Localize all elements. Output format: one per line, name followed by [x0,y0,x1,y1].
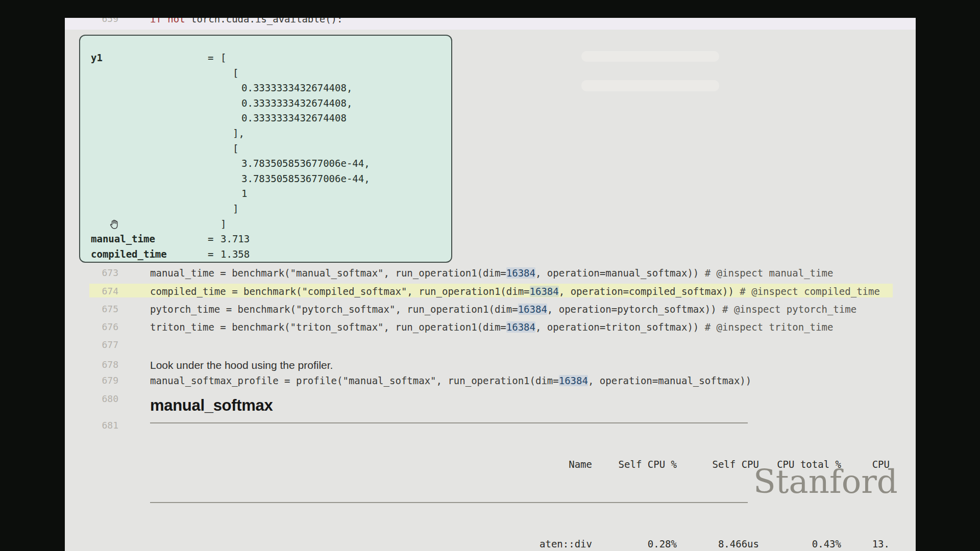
nested-value: ], [233,128,244,139]
ghost-artifact [581,80,719,91]
code-line: manual_softmax_profile = profile("manual… [150,375,751,386]
nested-value: 3.783505853677006e-44, [241,158,370,169]
table-cell-row0-4: 13. [872,538,890,549]
heading-divider [150,422,748,423]
variable-value: [ [220,52,226,63]
inspect-values-popup: y1=[[0.3333333432674408,0.33333334326744… [79,35,452,263]
nested-value: 0.3333333432674408, [241,97,352,109]
code-segment-comment: # @inspect pytorch_time [722,304,856,315]
code-segment-num: 16384 [530,286,559,297]
lecture-code-viewer[interactable]: 659 if not torch.cuda.is_available(): y1… [65,18,916,551]
code-segment-kw: if not [150,18,191,24]
nested-value: 3.783505853677006e-44, [241,173,370,184]
code-segment-num: 16384 [506,321,535,333]
ghost-artifact [581,51,719,62]
variable-name: manual_time [91,233,155,244]
gutter-line-number: 659 [67,18,118,24]
code-segment-plain: , operation=manual_softmax)) [535,267,705,279]
table-header-2: Self CPU [712,459,759,470]
variable-value: 3.713 [220,233,250,244]
nested-value: ] [220,218,226,230]
table-header-0: Name [569,459,592,470]
code-segment-plain: , operation=manual_softmax)) [588,375,751,386]
gutter-line-number: 676 [67,321,118,332]
nested-value: [ [233,143,238,154]
nested-value: 1 [241,188,247,199]
nested-value: ] [233,203,238,214]
nested-value: 0.3333333432674408 [241,112,347,123]
table-header-1: Self CPU % [619,459,677,470]
code-line: triton_time = benchmark("triton_softmax"… [150,321,833,333]
code-segment-num: 16384 [506,267,535,279]
code-line: pytorch_time = benchmark("pytorch_softma… [150,304,856,315]
code-segment-plain: manual_time = benchmark("manual_softmax"… [150,267,506,279]
code-segment-plain: , operation=triton_softmax)) [535,321,705,333]
gutter-line-number: 679 [67,375,118,386]
gutter-line-number: 673 [67,267,118,278]
variable-value: 1.358 [220,248,250,260]
code-segment-plain: , operation=compiled_softmax)) [559,286,740,297]
code-segment-comment: # @inspect triton_time [705,321,834,333]
table-cell-row0-3: 0.43% [812,538,841,549]
code-line: compiled_time = benchmark("compiled_soft… [150,286,880,297]
gutter-line-number: 675 [67,304,118,314]
table-header-divider [150,502,748,503]
table-cell-row0-2: 8.466us [718,538,759,549]
hand-cursor-icon [108,218,120,231]
section-heading: manual_softmax [150,396,273,415]
variable-name: y1 [91,52,103,63]
equals-sign: = [208,52,213,63]
code-line: if not torch.cuda.is_available(): [150,18,343,24]
gutter-line-number: 680 [67,393,118,404]
code-segment-plain: manual_softmax_profile = profile("manual… [150,375,559,386]
top-code-strip: 659 if not torch.cuda.is_available(): [65,18,916,30]
code-segment-num: 16384 [559,375,588,386]
code-segment-comment: # @inspect compiled_time [740,286,880,297]
gutter-line-number: 678 [67,359,118,370]
code-segment-plain: , operation=pytorch_softmax)) [547,304,722,315]
prose-line: Look under the hood using the profiler. [150,359,333,371]
gutter-line-number: 681 [67,420,118,431]
stanford-watermark: Stanford [753,463,898,500]
table-cell-row0-0: aten::div [540,538,592,549]
gutter-line-number: 674 [67,286,118,296]
gutter-line-number: 677 [67,339,118,350]
code-segment-num: 16384 [518,304,547,315]
code-segment-plain: pytorch_time = benchmark("pytorch_softma… [150,304,518,315]
code-segment-plain: torch.cuda.is_available(): [191,18,342,24]
equals-sign: = [208,248,213,260]
code-segment-plain: compiled_time = benchmark("compiled_soft… [150,286,530,297]
nested-value: 0.3333333432674408, [241,82,352,93]
nested-value: [ [233,67,238,79]
variable-name: compiled_time [91,248,167,260]
code-line: manual_time = benchmark("manual_softmax"… [150,267,833,279]
code-segment-plain: triton_time = benchmark("triton_softmax"… [150,321,506,333]
table-cell-row0-1: 0.28% [648,538,677,549]
equals-sign: = [208,233,213,244]
code-segment-comment: # @inspect manual_time [705,267,834,279]
